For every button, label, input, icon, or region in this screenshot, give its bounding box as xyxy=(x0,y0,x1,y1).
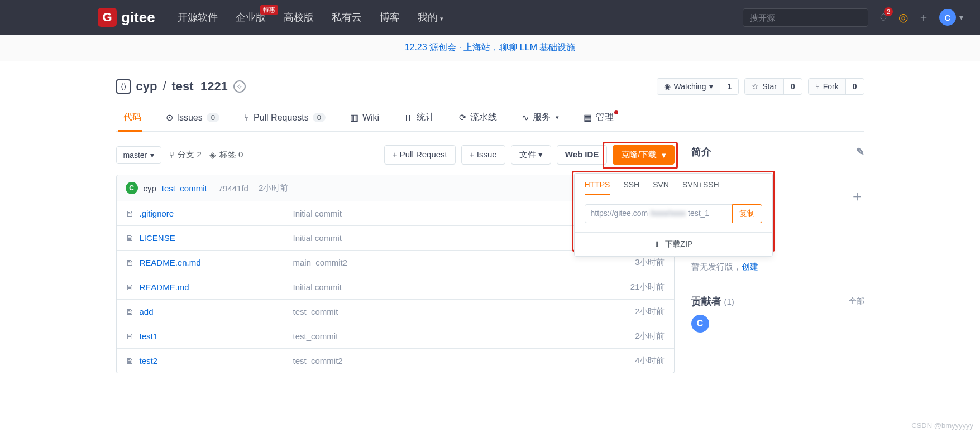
fork-count: 0 xyxy=(845,79,864,94)
copy-button[interactable]: 复制 xyxy=(732,204,762,223)
bell-icon[interactable]: ♢2 xyxy=(878,11,888,24)
files-button[interactable]: 文件 ▾ xyxy=(511,145,551,165)
contributors-count: (1) xyxy=(724,297,734,306)
announcement-link[interactable]: 12.23 源创会 · 上海站，聊聊 LLM 基础设施 xyxy=(405,42,576,54)
chevron-down-icon: ▾ xyxy=(150,151,154,160)
search-input[interactable] xyxy=(743,8,868,27)
avatar: C xyxy=(939,9,956,26)
user-menu[interactable]: C ▾ xyxy=(939,9,963,26)
bell-badge: 2 xyxy=(884,7,893,16)
clone-tab-https[interactable]: HTTPS xyxy=(585,180,610,195)
commit-message[interactable]: test_commit xyxy=(162,184,207,193)
nav-item[interactable]: 企业版特惠 xyxy=(236,11,266,24)
download-zip-button[interactable]: ⬇下载ZIP xyxy=(575,232,772,256)
count-badge: 0 xyxy=(313,113,326,122)
file-icon: 🗎 xyxy=(126,258,134,267)
tab-icon: ▥ xyxy=(350,112,358,123)
file-icon: 🗎 xyxy=(126,209,134,218)
fork-button[interactable]: ⑂ Fork 0 xyxy=(808,78,864,95)
tab-icon: ⑂ xyxy=(244,113,250,123)
file-icon: 🗎 xyxy=(126,331,134,341)
file-link[interactable]: .gitignore xyxy=(140,209,174,218)
star-count: 0 xyxy=(783,79,802,94)
web-ide-button[interactable]: Web IDE xyxy=(557,145,608,165)
file-link[interactable]: README.md xyxy=(140,282,189,292)
contributor-avatar[interactable]: C xyxy=(691,315,709,333)
branch-select[interactable]: master▾ xyxy=(116,146,162,164)
avatar: C xyxy=(126,182,138,194)
file-commit-msg[interactable]: main_commit2 xyxy=(293,258,635,267)
file-icon: 🗎 xyxy=(126,233,134,243)
file-icon: 🗎 xyxy=(126,356,134,365)
tab-icon: ⫼ xyxy=(404,113,413,123)
repo-name[interactable]: test_1221 xyxy=(172,79,228,94)
tab-统计[interactable]: ⫼统计 xyxy=(403,106,436,131)
file-link[interactable]: LICENSE xyxy=(140,233,175,243)
intro-title: 简介 xyxy=(691,145,711,158)
tags-link[interactable]: ◈ 标签 0 xyxy=(209,150,243,160)
count-badge: 0 xyxy=(207,113,219,122)
watch-button[interactable]: ◉ Watching ▾ 1 xyxy=(657,78,739,95)
announcement-banner: 12.23 源创会 · 上海站，聊聊 LLM 基础设施 xyxy=(0,35,980,61)
clone-url-field[interactable]: https://gitee.com/xxxx/xxxxtest_1 xyxy=(585,204,732,223)
logo-mark-icon: G xyxy=(98,8,117,27)
tab-icon: ∿ xyxy=(522,112,529,123)
commit-sha[interactable]: 79441fd xyxy=(218,184,248,193)
tab-Pull Requests[interactable]: ⑂Pull Requests0 xyxy=(243,106,327,131)
file-commit-msg[interactable]: test_commit xyxy=(293,307,635,316)
nav-item[interactable]: 博客 xyxy=(380,11,400,24)
watch-count: 1 xyxy=(720,79,738,94)
breadcrumb: ⟨⟩ cyp / test_1221 ✧ xyxy=(116,79,246,94)
file-time: 2小时前 xyxy=(635,331,665,341)
repo-tabs: 代码⊙Issues0⑂Pull Requests0▥Wiki⫼统计⟳流水线∿服务… xyxy=(116,106,864,132)
nav-item[interactable]: 开源软件 xyxy=(178,11,218,24)
bulb-icon[interactable]: ◎ xyxy=(898,11,908,24)
plus-icon[interactable]: ＋ xyxy=(918,10,929,25)
tab-服务[interactable]: ∿服务▾ xyxy=(520,106,560,131)
tab-代码[interactable]: 代码 xyxy=(118,106,142,131)
tab-icon: ▤ xyxy=(584,112,592,123)
file-link[interactable]: add xyxy=(140,307,154,316)
file-time: 2小时前 xyxy=(635,306,665,317)
star-button[interactable]: ☆ Star 0 xyxy=(744,78,802,95)
clone-tab-svn[interactable]: SVN xyxy=(653,180,669,195)
notification-dot xyxy=(614,110,618,114)
nav-item[interactable]: 我的▾ xyxy=(418,11,443,24)
tab-流水线[interactable]: ⟳流水线 xyxy=(458,106,498,131)
file-link[interactable]: test2 xyxy=(140,356,158,365)
logo[interactable]: G gitee xyxy=(98,8,155,27)
file-time: 21小时前 xyxy=(630,282,665,292)
file-commit-msg[interactable]: test_commit xyxy=(293,331,635,341)
top-nav: G gitee 开源软件企业版特惠高校版私有云博客我的▾ ♢2 ◎ ＋ C ▾ xyxy=(0,0,980,35)
create-release-link[interactable]: 创建 xyxy=(742,262,758,271)
file-time: 3小时前 xyxy=(635,257,665,268)
nav-item[interactable]: 高校版 xyxy=(284,11,314,24)
file-row: 🗎test1test_commit2小时前 xyxy=(117,324,674,348)
branches-link[interactable]: ⑂ 分支 2 xyxy=(169,150,202,160)
file-row: 🗎test2test_commit24小时前 xyxy=(117,348,674,373)
tab-管理[interactable]: ▤管理 xyxy=(582,106,615,131)
repo-icon: ⟨⟩ xyxy=(116,79,131,94)
tab-Wiki[interactable]: ▥Wiki xyxy=(349,106,380,131)
clone-tab-ssh[interactable]: SSH xyxy=(623,180,639,195)
clone-tab-svn+ssh[interactable]: SVN+SSH xyxy=(682,180,719,195)
file-link[interactable]: README.en.md xyxy=(140,258,201,267)
nav-item[interactable]: 私有云 xyxy=(332,11,362,24)
clone-dropdown: HTTPSSSHSVNSVN+SSH https://gitee.com/xxx… xyxy=(574,173,773,257)
file-commit-msg[interactable]: test_commit2 xyxy=(293,356,635,365)
tab-icon: ⟳ xyxy=(459,112,466,123)
clone-download-button[interactable]: 克隆/下载▾ xyxy=(613,145,674,165)
edit-icon[interactable]: ✎ xyxy=(856,146,864,158)
file-row: 🗎README.mdInitial commit21小时前 xyxy=(117,275,674,299)
new-issue-button[interactable]: + Issue xyxy=(461,145,505,165)
new-pr-button[interactable]: + Pull Request xyxy=(384,145,456,165)
contributors-all-link[interactable]: 全部 xyxy=(849,296,864,306)
commit-author[interactable]: cyp xyxy=(144,184,156,193)
contributors-title: 贡献者 xyxy=(691,296,721,307)
file-commit-msg[interactable]: Initial commit xyxy=(293,282,630,292)
file-link[interactable]: test1 xyxy=(140,331,158,341)
medal-icon[interactable]: ✧ xyxy=(233,80,246,93)
tab-Issues[interactable]: ⊙Issues0 xyxy=(165,106,221,131)
repo-owner[interactable]: cyp xyxy=(136,79,157,94)
tab-icon: ⊙ xyxy=(166,112,173,123)
